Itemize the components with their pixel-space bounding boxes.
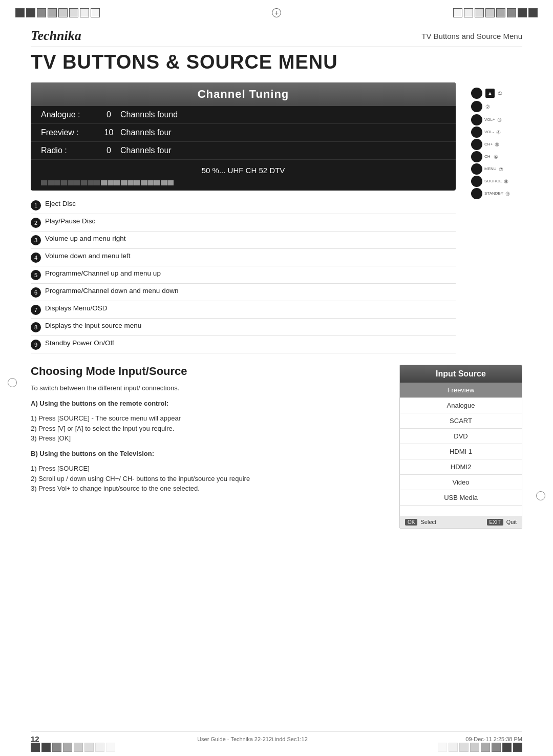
badge-4: 4 xyxy=(31,253,41,263)
badge-8: 8 xyxy=(31,322,41,332)
tuning-count-freeview: 10 xyxy=(97,128,120,137)
input-source-item-hdmi2[interactable]: HDMI2 xyxy=(400,459,522,475)
footer-ok-group: OK Select xyxy=(405,519,436,525)
choosing-mode-intro: To switch between the different input/ c… xyxy=(31,383,384,393)
tuning-header: Channel Tuning xyxy=(31,82,456,106)
choosing-mode-section-a-steps: 1) Press [SOURCE] - The source menu will… xyxy=(31,413,384,444)
page-number: 12 xyxy=(31,734,39,743)
remote-label-2: ② xyxy=(485,104,490,110)
remote-label-standby: STANDBY xyxy=(484,192,503,196)
reg-mark-bottom-left xyxy=(31,743,115,752)
tuning-status: 50 %... UHF CH 52 DTV xyxy=(31,162,456,179)
button-list: 1 Eject Disc 2 Play/Pause Disc 3 Volume … xyxy=(31,197,456,353)
quit-label: Quit xyxy=(506,519,517,525)
input-source-box: Input Source Freeview Analogue SCART DVD… xyxy=(399,365,522,529)
top-section: Channel Tuning Analogue : 0 Channels fou… xyxy=(31,82,522,353)
input-source-item-video[interactable]: Video xyxy=(400,475,522,490)
page-title: TV BUTTONS & SOURCE MENU xyxy=(31,51,522,73)
badge-7: 7 xyxy=(31,305,41,315)
button-item-9: 9 Standby Power On/Off xyxy=(31,336,456,353)
remote-diagram: ▲ ① ② VOL+ ③ VOL- ④ xyxy=(466,82,522,353)
button-desc-3: Volume up and menu right xyxy=(45,235,126,242)
right-margin-mark xyxy=(536,491,545,500)
registration-marks-top xyxy=(0,0,553,26)
tuning-desc-radio: Channels four xyxy=(120,146,445,155)
button-item-1: 1 Eject Disc xyxy=(31,197,456,214)
choosing-mode-section-a-title: A) Using the buttons on the remote contr… xyxy=(31,398,384,409)
remote-label-vol-minus: VOL- xyxy=(484,130,494,134)
tuning-label-analogue: Analogue : xyxy=(41,110,97,119)
reg-mark-left xyxy=(15,8,100,17)
tuning-count-analogue: 0 xyxy=(97,110,120,119)
remote-label-ch-minus: CH- xyxy=(484,155,492,159)
button-item-6: 6 Programme/Channel down and menu down xyxy=(31,284,456,301)
badge-1: 1 xyxy=(31,200,41,211)
button-desc-1: Eject Disc xyxy=(45,200,76,207)
exit-button[interactable]: EXIT xyxy=(487,519,503,526)
page-footer: 12 User Guide - Technika 22-212i.indd Se… xyxy=(31,731,522,743)
header-title: TV Buttons and Source Menu xyxy=(421,32,522,40)
page-header: Technika TV Buttons and Source Menu xyxy=(31,28,522,47)
badge-5: 5 xyxy=(31,270,41,280)
button-item-5: 5 Programme/Channel up and menu up xyxy=(31,266,456,284)
tuning-desc-freeview: Channels four xyxy=(120,128,445,137)
ok-button[interactable]: OK xyxy=(405,519,417,526)
button-item-2: 2 Play/Pause Disc xyxy=(31,214,456,232)
tuning-label-radio: Radio : xyxy=(41,146,97,155)
input-source-item-analogue[interactable]: Analogue xyxy=(400,398,522,413)
choosing-mode-title: Choosing Mode Input/Source xyxy=(31,365,384,378)
remote-label-vol-plus: VOL+ xyxy=(484,118,495,122)
reg-crosshair-top xyxy=(272,8,281,17)
badge-3: 3 xyxy=(31,235,41,245)
input-source-item-scart[interactable]: SCART xyxy=(400,413,522,429)
button-desc-9: Standby Power On/Off xyxy=(45,339,114,347)
input-source-footer: OK Select EXIT Quit xyxy=(400,516,522,528)
choosing-mode-section-b-title: B) Using the buttons on the Television: xyxy=(31,449,384,459)
main-content: TV BUTTONS & SOURCE MENU Channel Tuning … xyxy=(31,51,522,529)
select-label: Select xyxy=(421,519,437,525)
remote-label-menu: MENU xyxy=(484,167,497,171)
input-source-item-usb[interactable]: USB Media xyxy=(400,490,522,506)
tuning-desc-analogue: Channels found xyxy=(120,110,445,119)
tuning-count-radio: 0 xyxy=(97,146,120,155)
button-desc-4: Volume down and menu left xyxy=(45,252,131,260)
button-desc-6: Programme/Channel down and menu down xyxy=(45,287,178,295)
footer-exit-group: EXIT Quit xyxy=(487,519,517,525)
remote-label-1: ① xyxy=(498,91,502,96)
button-desc-7: Displays Menu/OSD xyxy=(45,304,108,312)
choosing-mode-section: Choosing Mode Input/Source To switch bet… xyxy=(31,365,384,529)
progress-blocks xyxy=(31,180,456,185)
reg-mark-right xyxy=(453,8,538,17)
left-margin-mark xyxy=(8,378,17,387)
tuning-label-freeview: Freeview : xyxy=(41,128,97,137)
button-desc-5: Programme/Channel up and menu up xyxy=(45,269,161,277)
choosing-mode-section-b-steps: 1) Press [SOURCE]2) Scroll up / down usi… xyxy=(31,464,384,494)
button-item-7: 7 Displays Menu/OSD xyxy=(31,301,456,319)
button-item-4: 4 Volume down and menu left xyxy=(31,249,456,266)
button-item-8: 8 Displays the input source menu xyxy=(31,319,456,336)
badge-6: 6 xyxy=(31,287,41,298)
reg-mark-bottom-right xyxy=(438,743,522,752)
input-source-item-freeview[interactable]: Freeview xyxy=(400,383,522,398)
button-desc-8: Displays the input source menu xyxy=(45,322,141,329)
footer-file: User Guide - Technika 22-212i.indd Sec1:… xyxy=(197,736,308,742)
brand-logo: Technika xyxy=(31,28,81,44)
channel-tuning-box: Channel Tuning Analogue : 0 Channels fou… xyxy=(31,82,456,191)
input-source-item-hdmi1[interactable]: HDMI 1 xyxy=(400,444,522,459)
badge-9: 9 xyxy=(31,340,41,350)
button-item-3: 3 Volume up and menu right xyxy=(31,232,456,249)
remote-label-source: SOURCE xyxy=(484,179,502,183)
tuning-row-analogue: Analogue : 0 Channels found xyxy=(31,106,456,124)
badge-2: 2 xyxy=(31,218,41,228)
remote-label-ch-plus: CH+ xyxy=(484,142,493,146)
tuning-row-freeview: Freeview : 10 Channels four xyxy=(31,124,456,142)
input-source-header: Input Source xyxy=(400,365,522,383)
input-source-item-dvd[interactable]: DVD xyxy=(400,429,522,444)
footer-date: 09-Dec-11 2:25:38 PM xyxy=(465,736,522,742)
registration-marks-bottom xyxy=(31,743,522,752)
tuning-row-radio: Radio : 0 Channels four xyxy=(31,142,456,160)
bottom-section: Choosing Mode Input/Source To switch bet… xyxy=(31,365,522,529)
button-desc-2: Play/Pause Disc xyxy=(45,217,95,225)
